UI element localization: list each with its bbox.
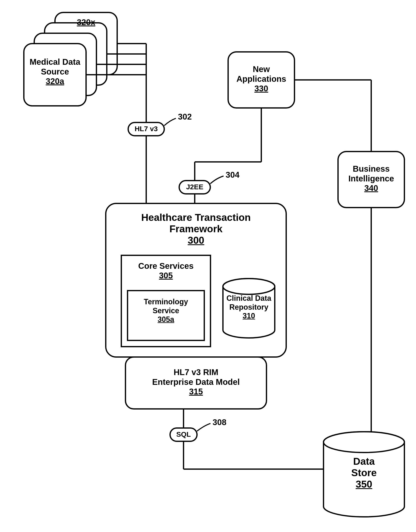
callout-304: 304 — [226, 170, 239, 179]
edm-ref: 315 — [125, 387, 266, 396]
term-label: Terminology Service 305a — [128, 297, 204, 324]
mds-line1: Medical Data — [24, 57, 86, 67]
edm-line1: HL7 v3 RIM — [125, 367, 266, 377]
mds-ref: 320a — [24, 77, 86, 86]
core-title: Core Services — [121, 261, 210, 271]
edm-label: HL7 v3 RIM Enterprise Data Model 315 — [125, 367, 266, 396]
bi-ref: 340 — [338, 184, 404, 193]
bi-box-label: Business Intelligence 340 — [338, 164, 404, 193]
cdr-ref: 310 — [220, 312, 278, 320]
term-ref: 305a — [128, 315, 204, 324]
mds-line2: Source — [24, 67, 86, 77]
cdr-line1: Clinical Data — [220, 294, 278, 303]
newapps-line2: Applications — [228, 74, 294, 84]
callout-308: 308 — [213, 418, 227, 427]
ds-line2: Store — [323, 467, 404, 478]
cdr-label: Clinical Data Repository 310 — [220, 294, 278, 320]
term-line2: Service — [128, 306, 204, 315]
pill-sql-label: SQL — [170, 430, 197, 438]
htf-title: Healthcare Transaction Framework 300 — [106, 212, 286, 246]
pill-hl7-label: HL7 v3 — [128, 125, 164, 133]
bi-line1: Business — [338, 164, 404, 174]
ds-label: Data Store 350 — [323, 456, 404, 490]
newapps-box-label: New Applications 330 — [228, 64, 294, 93]
htf-line1: Healthcare Transaction — [106, 212, 286, 223]
cdr-line2: Repository — [220, 303, 278, 312]
edm-line2: Enterprise Data Model — [125, 377, 266, 387]
htf-ref: 300 — [106, 235, 286, 246]
core-ref: 305 — [121, 271, 210, 280]
newapps-ref: 330 — [228, 84, 294, 93]
newapps-line1: New — [228, 64, 294, 74]
pill-j2ee-label: J2EE — [179, 183, 210, 191]
htf-line2: Framework — [106, 223, 286, 235]
term-line1: Terminology — [128, 297, 204, 306]
mds-320x-label: 320x — [55, 18, 117, 27]
svg-point-9 — [223, 279, 275, 294]
mds-box-label: Medical Data Source 320a — [24, 57, 86, 86]
ds-ref: 350 — [323, 478, 404, 490]
callout-302: 302 — [178, 112, 192, 121]
ref-320x: 320x — [77, 18, 95, 27]
svg-point-11 — [323, 432, 404, 453]
diagram-stage: 320x Medical Data Source 320a New Applic… — [0, 0, 416, 532]
bi-line2: Intelligence — [338, 174, 404, 184]
core-label: Core Services 305 — [121, 261, 210, 280]
ds-line1: Data — [323, 456, 404, 467]
